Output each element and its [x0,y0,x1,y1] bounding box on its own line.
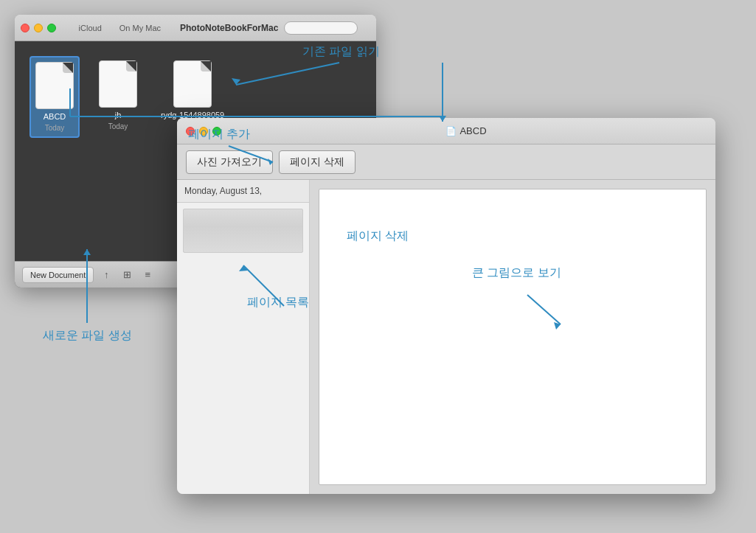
file-date-abcd: Today [45,124,65,132]
page-thumbnail[interactable] [183,209,303,253]
doc-title-text: ABCD [460,125,486,136]
doc-page-canvas[interactable] [319,189,707,485]
doc-minimize-button[interactable] [199,127,208,136]
finder-app-name: PhotoNoteBookForMac [180,23,278,33]
doc-file-icon: 📄 [445,126,457,136]
doc-sidebar: Monday, August 13, [177,180,310,494]
file-icon-abcd [35,62,74,109]
grid-icon[interactable]: ⊞ [119,267,135,283]
import-photo-button[interactable]: 사진 가져오기 [186,150,273,174]
file-item-abcd[interactable]: ABCD Today [30,56,80,138]
list-icon[interactable]: ≡ [139,267,156,283]
file-date-jh: Today [108,122,128,130]
file-icon-rydg [173,60,212,108]
doc-body: Monday, August 13, [177,180,715,494]
close-button[interactable] [21,24,30,32]
zoom-button[interactable] [47,24,56,32]
doc-zoom-button[interactable] [212,127,221,136]
share-icon[interactable]: ↑ [98,267,114,283]
file-name-abcd: ABCD [44,112,66,121]
doc-close-button[interactable] [186,127,195,136]
sidebar-date: Monday, August 13, [177,180,309,203]
new-document-button[interactable]: New Document [22,267,94,283]
minimize-button[interactable] [34,24,43,32]
thumbnail-preview [184,209,302,252]
tab-on-my-mac[interactable]: On My Mac [114,22,167,34]
delete-page-button[interactable]: 페이지 삭제 [279,150,356,174]
doc-title-area: 📄 ABCD [226,125,707,136]
file-icon-jh [99,60,137,108]
tab-icloud[interactable]: iCloud [73,22,108,34]
doc-main-area [310,180,715,494]
file-name-jh: jh [115,111,122,119]
file-item-jh[interactable]: jh Today [94,56,142,135]
finder-title-area: iCloud On My Mac PhotoNoteBookForMac [60,21,370,35]
annotation-new-file: 새로운 파일 생성 [43,328,132,344]
finder-titlebar: iCloud On My Mac PhotoNoteBookForMac [15,15,376,41]
doc-titlebar: 📄 ABCD [177,118,715,144]
doc-window: 📄 ABCD 사진 가져오기 페이지 삭제 Monday, August 13, [177,118,715,494]
search-input[interactable] [284,21,358,35]
doc-toolbar: 사진 가져오기 페이지 삭제 [177,144,715,180]
